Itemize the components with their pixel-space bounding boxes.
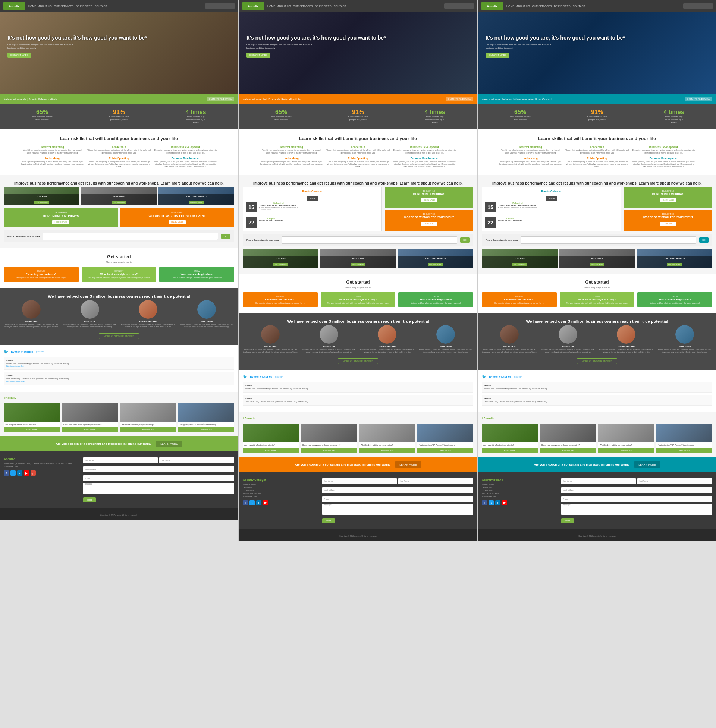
more-stories-btn-1[interactable]: MORE CUSTOMER STORIES	[99, 333, 139, 339]
community-btn-3[interactable]: FIND OUT MORE	[667, 263, 682, 266]
footer-phone-1[interactable]	[83, 475, 234, 481]
workshops-btn-3[interactable]: FIND OUT MORE	[590, 263, 604, 266]
read-more-2-3[interactable]: READ MORE	[359, 448, 415, 453]
find-input-2[interactable]	[282, 236, 457, 244]
social-gp-1[interactable]: g+	[30, 471, 36, 476]
nav-contact-2[interactable]: CONTACT	[334, 5, 346, 8]
nav-inspired-1[interactable]: BE INSPIRED	[76, 5, 92, 8]
tweet-link-1[interactable]: http://asentiv.com/link	[6, 365, 24, 367]
skill-3-1: Business Development Expansion, managing…	[154, 146, 217, 154]
footer-message-3[interactable]	[561, 504, 712, 515]
nav-inspired-2[interactable]: BE INSPIRED	[315, 5, 331, 8]
read-more-2-1[interactable]: READ MORE	[243, 448, 299, 453]
nav-about-3[interactable]: ABOUT US	[516, 5, 530, 8]
social-tw-3[interactable]: t	[488, 500, 494, 506]
nav-about-1[interactable]: ABOUT US	[38, 5, 52, 8]
social-li-1[interactable]: in	[17, 471, 23, 476]
inspired-btn-o2[interactable]: LEARN MORE	[421, 222, 437, 226]
footer-last-name-1[interactable]	[159, 457, 234, 463]
hero-cta-2[interactable]: FIND OUT MORE	[246, 53, 270, 58]
read-more-2-4[interactable]: READ MORE	[417, 448, 473, 453]
footer-message-1[interactable]	[83, 483, 234, 494]
inspired-btn-g-1[interactable]: LEARN MORE	[52, 220, 69, 224]
footer-phone-3[interactable]	[561, 496, 712, 502]
read-more-1[interactable]: READ MORE	[4, 427, 60, 432]
tweet-link-2[interactable]: http://asentiv.com/link2	[6, 380, 25, 383]
read-more-4[interactable]: READ MORE	[178, 427, 234, 432]
search-bar-3[interactable]	[683, 3, 713, 9]
footer-first-name-3[interactable]	[561, 478, 636, 484]
nav-about-2[interactable]: ABOUT US	[278, 5, 291, 8]
read-more-3[interactable]: READ MORE	[120, 427, 176, 432]
footer-email-1[interactable]	[83, 466, 234, 472]
coaching-btn-1[interactable]: FIND OUT MORE	[34, 201, 49, 204]
social-yt-3[interactable]: ▶	[502, 500, 507, 506]
search-bar-2[interactable]	[444, 3, 474, 9]
community-btn-2[interactable]: FIND OUT MORE	[428, 263, 443, 266]
nav-contact-3[interactable]: CONTACT	[573, 5, 585, 8]
footer-submit-2[interactable]: Send	[322, 518, 335, 523]
read-more-3-1[interactable]: READ MORE	[482, 448, 538, 453]
footer-phone-2[interactable]	[322, 496, 473, 502]
search-bar-1[interactable]	[205, 3, 235, 9]
social-tw-2[interactable]: t	[249, 500, 255, 506]
social-yt-2[interactable]: ▶	[263, 500, 268, 506]
social-tw-1[interactable]: t	[11, 471, 16, 476]
nav-links-3: HOME ABOUT US OUR SERVICES BE INSPIRED C…	[507, 5, 680, 8]
community-btn-1[interactable]: FIND OUT MORE	[189, 201, 203, 204]
nav-services-3[interactable]: OUR SERVICES	[532, 5, 552, 8]
inspired-btn-g2[interactable]: LEARN MORE	[421, 198, 437, 202]
social-yt-1[interactable]: ▶	[24, 471, 29, 476]
footer-message-2[interactable]	[322, 504, 473, 515]
bar-btn-3[interactable]: 2 MINUTE OVERVIEW	[685, 97, 712, 101]
coaching-btn-2[interactable]: FIND OUT MORE	[273, 263, 288, 266]
footer-email-2[interactable]	[322, 487, 473, 493]
social-li-2[interactable]: in	[256, 500, 261, 506]
inspired-btn-g3[interactable]: LEARN MORE	[660, 198, 677, 202]
workshops-btn-1[interactable]: FIND OUT MORE	[112, 201, 126, 204]
footer-first-name-1[interactable]	[83, 457, 158, 463]
footer-last-name-3[interactable]	[637, 478, 712, 484]
footer-email-3[interactable]	[561, 487, 712, 493]
social-fb-3[interactable]: f	[482, 500, 487, 506]
social-li-3[interactable]: in	[495, 500, 501, 506]
more-stories-btn-2[interactable]: MORE CUSTOMER STORIES	[338, 358, 378, 364]
cta-btn-1[interactable]: LEARN MORE	[156, 440, 182, 447]
find-btn-3[interactable]: GO	[699, 238, 708, 243]
read-more-3-2[interactable]: READ MORE	[540, 448, 596, 453]
footer-submit-3[interactable]: Send	[561, 518, 574, 523]
tweet-3-1: Asentiv Master Your Own Networking to En…	[482, 382, 712, 392]
cta-btn-3[interactable]: LEARN MORE	[634, 462, 660, 468]
nav-services-2[interactable]: OUR SERVICES	[293, 5, 313, 8]
read-more-2[interactable]: READ MORE	[62, 427, 118, 432]
read-more-3-4[interactable]: READ MORE	[656, 448, 712, 453]
social-fb-2[interactable]: f	[243, 500, 248, 506]
nav-home-2[interactable]: HOME	[267, 5, 275, 8]
hero-cta-1[interactable]: FIND OUT MORE	[8, 53, 31, 58]
hero-1: It's not how good you are, it's how good…	[0, 12, 238, 94]
inspired-btn-o3[interactable]: LEARN MORE	[660, 222, 677, 226]
read-more-3-3[interactable]: READ MORE	[598, 448, 654, 453]
nav-home-1[interactable]: HOME	[28, 5, 36, 8]
footer-submit-1[interactable]: Send	[83, 497, 96, 502]
find-btn-1[interactable]: GO	[221, 234, 231, 239]
nav-home-3[interactable]: HOME	[507, 5, 514, 8]
find-input-1[interactable]	[42, 233, 218, 240]
nav-contact-1[interactable]: CONTACT	[95, 5, 107, 8]
cta-btn-2[interactable]: LEARN MORE	[395, 462, 421, 468]
coaching-btn-3[interactable]: FIND OUT MORE	[513, 263, 527, 266]
find-input-3[interactable]	[520, 236, 696, 244]
nav-inspired-3[interactable]: BE INSPIRED	[554, 5, 570, 8]
bar-btn-1[interactable]: 2 MINUTE OVERVIEW	[206, 97, 234, 101]
bar-btn-2[interactable]: 2 MINUTE OVERVIEW	[446, 97, 473, 101]
nav-services-1[interactable]: OUR SERVICES	[54, 5, 74, 8]
inspired-btn-o-1[interactable]: LEARN MORE	[168, 220, 185, 224]
more-stories-btn-3[interactable]: MORE CUSTOMER STORIES	[577, 358, 617, 364]
read-more-2-2[interactable]: READ MORE	[301, 448, 357, 453]
find-btn-2[interactable]: GO	[460, 238, 470, 243]
footer-last-name-2[interactable]	[398, 478, 473, 484]
hero-cta-3[interactable]: FIND OUT MORE	[485, 53, 510, 58]
workshops-btn-2[interactable]: FIND OUT MORE	[350, 263, 366, 266]
social-fb-1[interactable]: f	[4, 471, 9, 476]
footer-first-name-2[interactable]	[322, 478, 397, 484]
